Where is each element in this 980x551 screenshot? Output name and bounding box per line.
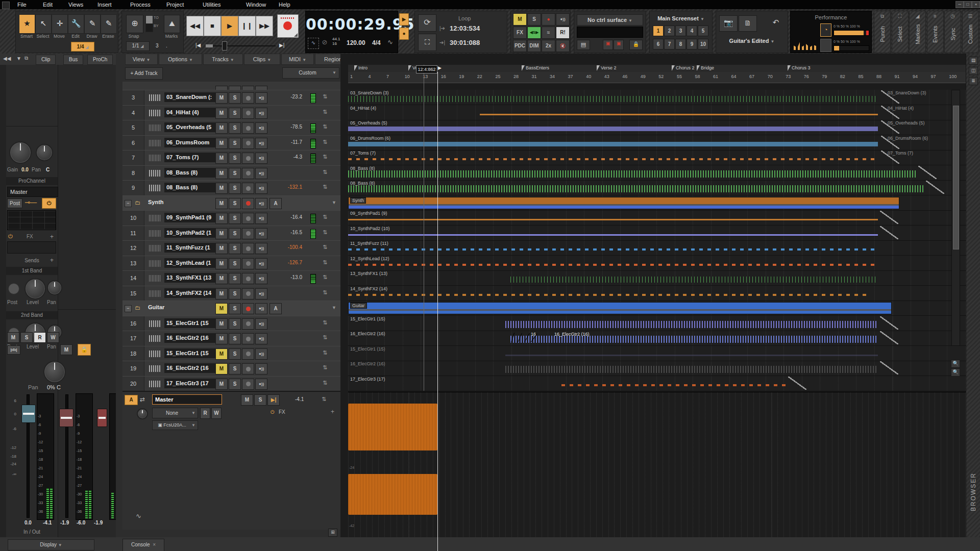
folder-echo-button[interactable]: ●)) [255, 303, 267, 314]
track-mute-button[interactable]: M [215, 228, 228, 239]
sample-rate[interactable]: 44.116 [332, 37, 340, 46]
folder-record-button[interactable] [242, 198, 254, 209]
prochannel-post-button[interactable]: Post [7, 198, 22, 208]
folder-mute-button[interactable]: M [215, 303, 228, 314]
track-row-6[interactable]: 606_DrumsRoomMS●))-11.7⇅ [122, 135, 340, 151]
tv-menu-options[interactable]: Options ▼ [159, 54, 202, 65]
track-record-button[interactable] [242, 213, 254, 224]
folder-row-synth[interactable]: −🗀SynthMS●))A▼ [122, 195, 340, 211]
metronome-icon[interactable]: ∿ [387, 38, 393, 46]
clip-lane[interactable]: 12_SynthLead (12) [348, 256, 966, 271]
track-record-button[interactable] [242, 92, 254, 104]
track-solo-button[interactable]: S [229, 168, 241, 179]
track-trim-icon[interactable]: ⇅ [323, 229, 327, 236]
collapse-icon[interactable]: ◀◀ [3, 56, 11, 61]
now-marker-icon[interactable]: ▶ [438, 65, 442, 70]
menu-item-views[interactable]: Views [64, 0, 87, 9]
track-echo-button[interactable]: ●)) [255, 333, 267, 344]
vertical-scrollbar[interactable] [951, 90, 960, 346]
track-row-20[interactable]: 2017_ElecGtr3 (17MS●))⇅ [122, 376, 340, 392]
folder-expand-icon[interactable]: ▼ [332, 305, 336, 310]
clip-waveform[interactable] [348, 234, 878, 236]
snap-dot[interactable]: . [166, 43, 167, 48]
menu-item-file[interactable]: File [13, 0, 31, 9]
module-tab-markers[interactable]: ◢Markers [909, 11, 926, 53]
folder-mute-button[interactable]: M [215, 198, 228, 209]
clip-lane[interactable]: 14_SynthFX2 (14) [348, 286, 966, 301]
song-marker-chorus-3[interactable]: Chorus 3 [788, 65, 811, 72]
clip-lane[interactable]: 06_DrumsRoom (6)06_DrumsRoom (6) [348, 135, 966, 151]
track-mute-button[interactable]: M [215, 379, 228, 390]
track-trim-icon[interactable]: ⇅ [323, 289, 327, 296]
strip-s-button[interactable]: S [20, 332, 33, 343]
clip-lane[interactable]: 15_ElecGtr1 (15) [348, 346, 966, 361]
track-name[interactable]: 08_Bass (8) [164, 168, 216, 178]
track-height-button[interactable]: ⊞ [328, 529, 337, 537]
time-signature[interactable]: 4/4 [372, 39, 381, 46]
track-mute-button[interactable]: M [215, 333, 228, 344]
track-trim-icon[interactable]: ⇅ [323, 214, 327, 220]
track-volume-value[interactable]: -23.2 [276, 94, 302, 99]
stop-button[interactable]: ■ [204, 16, 221, 36]
folder-echo-button[interactable]: ●)) [255, 198, 267, 209]
track-volume-value[interactable]: -4.3 [276, 154, 302, 160]
track-solo-button[interactable]: S [229, 153, 241, 164]
double-speed-button[interactable]: 2x [542, 40, 555, 52]
track-mute-button[interactable]: M [215, 213, 228, 224]
dropdown-icon[interactable]: ▼ [16, 56, 21, 61]
track-mute-button[interactable]: M [215, 168, 228, 179]
clip-lane[interactable]: 11_SynthFuzz (11) [348, 240, 966, 256]
clip-lane[interactable]: 10_SynthPad2 (10) [348, 226, 966, 241]
add-track-button[interactable]: + Add Track [125, 67, 163, 80]
track-row-14[interactable]: 1413_SynthFX1 (13MS●))-13.0⇅ [122, 270, 340, 286]
track-row-7[interactable]: 707_Toms (7)MS●))-4.3⇅ [122, 150, 340, 166]
track-echo-button[interactable]: ●)) [255, 122, 267, 134]
clip-lane[interactable]: 05_Overheads (5)05_Overheads (5) [348, 120, 966, 135]
record-automation-button[interactable]: R! [556, 27, 570, 39]
track-record-button[interactable] [242, 258, 254, 269]
smart-tool-button[interactable]: ★ [19, 14, 35, 34]
master-autoscroll-button[interactable]: ▶| [267, 394, 280, 406]
clip-waveform[interactable] [510, 277, 878, 283]
track-mute-button[interactable]: M [215, 122, 228, 134]
erase-tool-button[interactable]: ✎ [101, 14, 117, 34]
prochannel-name[interactable]: Master [7, 187, 58, 197]
track-echo-button[interactable]: ●)) [255, 92, 267, 104]
track-name[interactable]: 10_SynthPad2 (1 [164, 228, 216, 238]
track-record-button[interactable] [242, 379, 254, 390]
track-echo-button[interactable]: ●)) [255, 288, 267, 299]
track-record-button[interactable] [242, 243, 254, 254]
track-record-button[interactable] [242, 228, 254, 239]
clip-waveform[interactable] [505, 366, 878, 373]
track-echo-button[interactable]: ●)) [255, 213, 267, 224]
metronome-mute-icon[interactable]: ⊘ [320, 38, 330, 48]
screenset-4[interactable]: 4 [687, 26, 697, 36]
track-record-button[interactable] [242, 138, 254, 149]
track-solo-button[interactable]: S [229, 258, 241, 269]
folder-automation-button[interactable]: A [270, 198, 282, 209]
master-input-dropdown[interactable]: None ▼ [152, 408, 198, 418]
track-mute-button[interactable]: M [215, 363, 228, 374]
track-trim-icon[interactable]: ⇅ [323, 139, 327, 145]
track-record-button[interactable] [242, 122, 254, 134]
strip2-mute-button[interactable]: M [60, 344, 72, 355]
track-solo-button[interactable]: S [229, 228, 241, 239]
display-dropdown[interactable]: Display ▼ [8, 539, 94, 550]
track-volume-value[interactable]: -126.7 [276, 260, 302, 265]
module-tab-punch[interactable]: ⧉Punch [874, 11, 891, 53]
fast-forward-button[interactable]: ▶▶ [256, 16, 273, 36]
tv-menu-tracks[interactable]: Tracks ▼ [203, 54, 243, 65]
capture-preset-dropdown[interactable]: Guitar's Edited ▼ [718, 38, 786, 44]
tv-menu-midi[interactable]: MIDI ▼ [281, 54, 314, 65]
time-ruler[interactable]: 1471013161922252831343740434649525558616… [348, 72, 966, 83]
track-trim-icon[interactable]: ⇅ [323, 184, 327, 190]
track-trim-icon[interactable]: ⇅ [323, 244, 327, 251]
strip-m-button[interactable]: M [7, 332, 19, 343]
screenset-1[interactable]: 1 [653, 26, 664, 36]
track-name[interactable]: 12_SynthLead (1 [164, 258, 216, 268]
track-name[interactable]: 16_ElecGtr2 (16 [164, 333, 216, 343]
clip-waveform[interactable] [348, 170, 916, 178]
screenset-8[interactable]: 8 [675, 39, 686, 49]
strip3-fader-handle[interactable] [97, 409, 107, 427]
track-row-13[interactable]: 1312_SynthLead (1MS●))-126.7⇅ [122, 256, 340, 271]
